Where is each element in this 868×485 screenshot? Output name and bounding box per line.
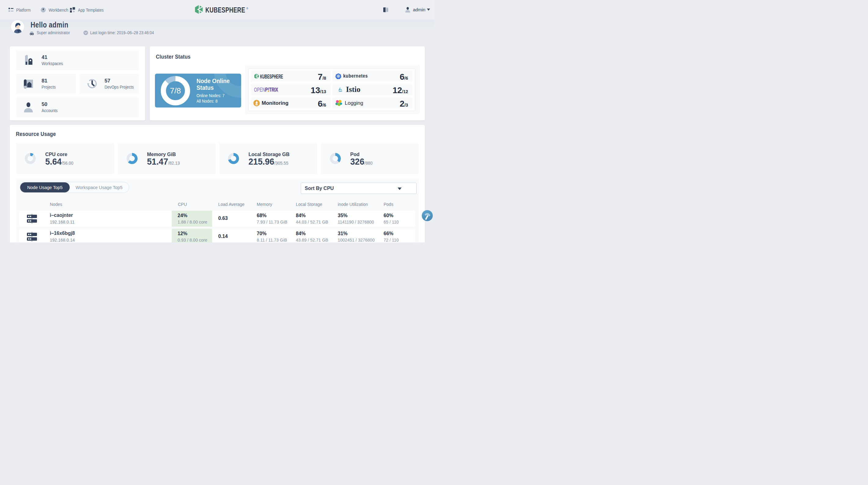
svg-text:7/8: 7/8 [170, 86, 181, 95]
